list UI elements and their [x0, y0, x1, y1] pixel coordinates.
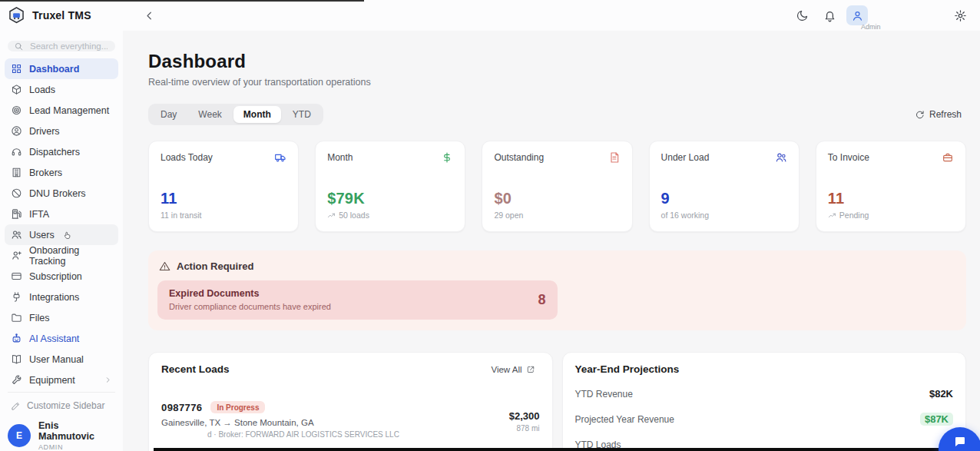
sidebar-item-icon — [11, 167, 22, 178]
view-all-label: View All — [491, 365, 521, 374]
stat-card-title: Month — [327, 152, 353, 163]
customize-sidebar-button[interactable]: Customize Sidebar — [8, 400, 115, 420]
sidebar-item-label: Dispatchers — [29, 147, 80, 158]
stat-card-title: Outstanding — [494, 152, 544, 163]
stat-card-subtitle: 11 in transit — [161, 211, 286, 220]
stat-card-title: To Invoice — [828, 152, 869, 163]
time-filter-tab-week[interactable]: Week — [188, 106, 231, 123]
sidebar-item-icon — [11, 353, 22, 365]
sidebar-item-label: Users — [29, 230, 55, 240]
stat-card-icon — [441, 151, 453, 164]
stat-card-icon — [274, 151, 286, 164]
sidebar-item-icon — [11, 374, 22, 386]
trend-up-icon — [327, 211, 336, 220]
stat-card-value: $79K — [327, 190, 453, 207]
load-row-0987776[interactable]: 0987776 In Progress Gainesville, TX → St… — [161, 401, 540, 439]
load-id: 0987776 — [161, 402, 202, 413]
stat-card-head: Under Load — [661, 151, 787, 164]
sidebar-item-icon — [11, 229, 22, 240]
sidebar-item-ifta[interactable]: IFTA — [5, 204, 118, 224]
projection-row-ytd-revenue: YTD Revenue $82K — [575, 388, 954, 400]
divider — [8, 392, 115, 393]
search-input[interactable] — [28, 41, 109, 51]
sidebar-item-icon — [11, 187, 22, 199]
brand: Truxel TMS — [0, 6, 123, 25]
avatar: E — [8, 424, 31, 447]
refresh-icon — [915, 110, 925, 120]
sidebar-item-icon — [11, 146, 22, 158]
stat-card-under-load[interactable]: Under Load 9 of 16 working — [649, 141, 800, 232]
sidebar-item-files[interactable]: Files — [5, 307, 118, 328]
time-filter-tab-month[interactable]: Month — [233, 106, 281, 123]
action-required-section: Action Required Expired Documents Driver… — [148, 250, 966, 330]
settings-button[interactable] — [949, 5, 971, 25]
sidebar-item-dispatchers[interactable]: Dispatchers — [5, 141, 118, 162]
action-required-header: Action Required — [157, 259, 957, 280]
sidebar-item-label: AI Assistant — [29, 333, 79, 344]
sidebar-item-dashboard[interactable]: Dashboard — [5, 58, 118, 79]
recent-loads-panel: Recent Loads View All 0987776 In Progres… — [148, 352, 553, 451]
search-icon — [14, 41, 24, 51]
filter-row: DayWeekMonthYTD Refresh — [148, 104, 966, 125]
stat-card-head: Month — [327, 151, 453, 164]
search-box[interactable] — [8, 41, 115, 51]
view-all-button[interactable]: View All — [486, 364, 539, 375]
sidebar-item-dnu-brokers[interactable]: DNU Brokers — [5, 183, 118, 204]
action-required-list: Expired Documents Driver compliance docu… — [157, 280, 957, 320]
customize-sidebar-label: Customize Sidebar — [27, 400, 104, 411]
sidebar-item-subscription[interactable]: Subscription — [5, 266, 118, 287]
user-meta: Enis Mahmutovic ADMIN — [38, 420, 115, 451]
time-filter-tab-ytd[interactable]: YTD — [283, 106, 321, 123]
stat-card-to-invoice[interactable]: To Invoice 11 Pending — [816, 141, 966, 232]
stat-card-subtitle-text: of 16 working — [661, 211, 709, 220]
refresh-label: Refresh — [929, 109, 962, 120]
profile-wrap: Admin — [846, 5, 868, 25]
projection-value: $87K — [920, 413, 953, 426]
sidebar-item-user-manual[interactable]: User Manual — [5, 349, 118, 370]
sidebar-item-lead-management[interactable]: Lead Management — [5, 100, 118, 121]
notifications-button[interactable] — [819, 5, 840, 25]
sidebar-item-icon — [11, 291, 22, 303]
back-button[interactable] — [138, 5, 160, 25]
stat-card-month[interactable]: Month $79K 50 loads — [315, 141, 465, 232]
stat-card-subtitle: 29 open — [494, 211, 620, 220]
sidebar-item-icon — [11, 84, 22, 95]
sidebar-item-loads[interactable]: Loads — [5, 79, 118, 100]
page-title: Dashboard — [148, 51, 966, 72]
sidebar-item-ai-assistant[interactable]: AI Assistant — [5, 328, 118, 349]
alert-description: Driver compliance documents have expired — [169, 302, 331, 311]
projection-row-projected-year-revenue: Projected Year Revenue $87K — [575, 413, 954, 426]
sidebar-item-label: Files — [29, 313, 49, 323]
user-card[interactable]: E Enis Mahmutovic ADMIN — [8, 420, 115, 451]
projections-list: YTD Revenue $82K Projected Year Revenue … — [575, 388, 954, 450]
stat-card-head: To Invoice — [828, 151, 954, 164]
stat-card-title: Loads Today — [161, 152, 213, 163]
sidebar-item-label: DNU Brokers — [29, 188, 86, 199]
bottom-grid: Recent Loads View All 0987776 In Progres… — [148, 352, 966, 451]
sidebar-item-integrations[interactable]: Integrations — [5, 287, 118, 307]
sidebar-item-label: Drivers — [29, 126, 60, 137]
stat-card-subtitle: of 16 working — [661, 211, 787, 220]
sidebar-item-onboarding-tracking[interactable]: Onboarding Tracking — [5, 245, 118, 266]
dark-mode-toggle[interactable] — [791, 5, 813, 25]
stat-card-value: 11 — [828, 190, 954, 207]
stat-card-outstanding[interactable]: Outstanding $0 29 open — [482, 141, 632, 232]
alert-title: Expired Documents — [169, 288, 331, 299]
sidebar-item-label: User Manual — [29, 354, 84, 365]
sidebar-item-brokers[interactable]: Brokers — [5, 162, 118, 183]
stat-card-icon — [942, 151, 954, 164]
load-route: Gainesville, TX → Stone Mountain, GA — [161, 418, 399, 427]
sidebar: Dashboard Loads Lead Management Drivers — [0, 31, 123, 451]
stat-card-value: $0 — [494, 190, 620, 207]
time-filter-tab-day[interactable]: Day — [151, 106, 187, 123]
time-filter-tabs: DayWeekMonthYTD — [148, 104, 323, 125]
stat-card-loads-today[interactable]: Loads Today 11 11 in transit — [148, 141, 299, 232]
sidebar-item-equipment[interactable]: Equipment — [5, 370, 118, 390]
sidebar-item-label: Onboarding Tracking — [29, 245, 112, 267]
sidebar-item-drivers[interactable]: Drivers — [5, 121, 118, 141]
sidebar-footer: Customize Sidebar E Enis Mahmutovic ADMI… — [0, 390, 123, 451]
sidebar-item-users[interactable]: Users — [5, 224, 118, 245]
refresh-button[interactable]: Refresh — [910, 106, 966, 123]
alert-card-expired-documents[interactable]: Expired Documents Driver compliance docu… — [157, 280, 558, 320]
stat-card-icon — [608, 151, 621, 164]
